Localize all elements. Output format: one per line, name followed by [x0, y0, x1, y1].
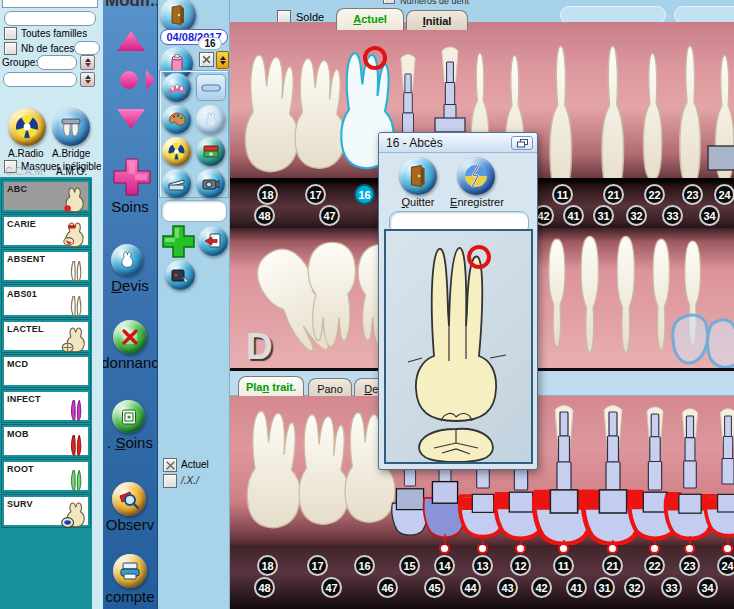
tooth-18[interactable]	[245, 55, 298, 172]
tooth-number[interactable]: 14	[434, 555, 455, 576]
amo-label[interactable]: A.M.O.	[56, 166, 87, 177]
family-item-abc[interactable]: ABC	[2, 180, 90, 212]
family-item-root[interactable]: ROOT	[2, 460, 90, 492]
tooth-number[interactable]: 22	[644, 555, 665, 576]
tooth-number[interactable]: 48	[254, 577, 275, 598]
dialog-window-button[interactable]	[511, 136, 533, 150]
tooth-number[interactable]: 23	[679, 555, 700, 576]
bridge-tool-button[interactable]	[196, 74, 226, 101]
quitter-button[interactable]	[399, 157, 437, 195]
nav-play-button[interactable]	[119, 68, 155, 92]
tooth-11[interactable]	[550, 46, 572, 178]
tooth-number[interactable]: 31	[593, 205, 614, 226]
ccam-label[interactable]: C.C.A.M.	[5, 166, 46, 177]
tooth-31[interactable]	[581, 236, 598, 352]
tooth-number[interactable]: 21	[603, 184, 624, 205]
filter-field-2[interactable]	[3, 72, 77, 87]
family-item-lactel[interactable]: LACTEL	[2, 320, 90, 352]
enregistrer-label[interactable]: Enregistrer	[441, 196, 513, 208]
a-radio-button[interactable]	[8, 108, 46, 146]
tooth-number[interactable]: 48	[254, 205, 275, 226]
family-item-absent[interactable]: ABSENT	[2, 250, 90, 282]
tooth-number[interactable]: 46	[377, 577, 398, 598]
denture-view-button[interactable]	[162, 73, 191, 102]
tooth-number[interactable]: 11	[552, 184, 573, 205]
camera-button[interactable]	[196, 169, 225, 198]
tooth-number[interactable]: 24	[714, 184, 734, 205]
tooth-number[interactable]: 32	[624, 577, 645, 598]
tooth-spinner[interactable]	[216, 51, 229, 69]
tooth-number[interactable]: 32	[626, 205, 647, 226]
nav-right-icon[interactable]	[146, 70, 155, 90]
tooth-number[interactable]: 41	[563, 205, 584, 226]
nb-faces-field[interactable]	[74, 41, 100, 55]
planned-crowns-blue[interactable]	[673, 315, 734, 367]
tooth-number[interactable]: 16	[354, 555, 375, 576]
tooth-number[interactable]: 41	[566, 577, 587, 598]
tooth-number[interactable]: 34	[699, 205, 720, 226]
palette-button[interactable]	[162, 105, 191, 134]
tooth-number-selected[interactable]: 16	[354, 184, 375, 205]
plan-implant-24[interactable]	[705, 409, 734, 536]
family-item-infect[interactable]: INFECT	[2, 390, 90, 422]
family-item-surv[interactable]: SURV	[2, 495, 90, 527]
groupe-field[interactable]	[37, 55, 77, 70]
tooth-number[interactable]: 17	[305, 184, 326, 205]
nb-de-faces-checkbox[interactable]	[4, 42, 17, 55]
tooth-number[interactable]: 44	[460, 577, 481, 598]
tooth-view-button-disabled[interactable]	[196, 105, 225, 134]
tooth-number[interactable]: 17	[307, 555, 328, 576]
tooth-number[interactable]: 24	[717, 555, 734, 576]
enregistrer-button[interactable]	[457, 157, 495, 195]
tooth-32[interactable]	[617, 236, 634, 352]
numeros-checkbox[interactable]	[383, 0, 395, 4]
cut-button-1[interactable]	[560, 6, 666, 22]
family-item-abs01[interactable]: ABS01	[2, 285, 90, 317]
tool-text-field[interactable]	[161, 200, 227, 222]
nav-up-button[interactable]	[116, 30, 146, 52]
tooth-number[interactable]: 13	[472, 555, 493, 576]
tab-initial[interactable]: Initial	[406, 10, 468, 30]
dialog-tooth-panel[interactable]	[384, 229, 533, 464]
video-capture-button[interactable]	[165, 260, 195, 290]
tooth-number[interactable]: 18	[257, 555, 278, 576]
groupe-spinner-button[interactable]	[80, 55, 95, 70]
tooth-number[interactable]: 33	[661, 577, 682, 598]
panel-input-2[interactable]	[4, 11, 96, 26]
devis-button[interactable]	[111, 244, 143, 276]
family-item-carie[interactable]: CARIE	[2, 215, 90, 247]
cut-button-2[interactable]	[674, 6, 734, 22]
tooth-x-checkbox[interactable]	[199, 52, 214, 67]
tooth-22[interactable]	[643, 53, 661, 178]
add-act-button[interactable]	[161, 224, 196, 259]
devis-button-label[interactable]: Devis	[111, 277, 149, 294]
actuel-checkbox[interactable]	[163, 458, 177, 472]
tooth-41[interactable]	[549, 239, 565, 347]
tooth-47[interactable]	[308, 242, 355, 346]
tooth-number[interactable]: 23	[682, 184, 703, 205]
plan-tooth-18[interactable]	[247, 411, 300, 528]
a-bridge-button[interactable]	[52, 108, 90, 146]
compte-button-label[interactable]: compte	[105, 588, 154, 605]
tooth-number[interactable]: 11	[553, 555, 574, 576]
panel-input-top[interactable]	[2, 0, 98, 8]
tooth-21[interactable]	[602, 46, 624, 178]
tooth-number[interactable]: 34	[697, 577, 718, 598]
tooth-number[interactable]: 18	[257, 184, 278, 205]
scanner-button[interactable]	[162, 169, 191, 198]
tooth-number[interactable]: 33	[662, 205, 683, 226]
implant-bracket-24[interactable]	[708, 146, 734, 170]
t-soins-button[interactable]	[112, 400, 145, 433]
plan-tooth-17[interactable]	[299, 415, 349, 525]
toutes-familles-checkbox[interactable]	[4, 27, 17, 40]
xray-button[interactable]	[162, 137, 191, 166]
tooth-number[interactable]: 45	[424, 577, 445, 598]
tooth-17[interactable]	[295, 59, 345, 169]
family-item-mob[interactable]: MOB	[2, 425, 90, 457]
tooth-number[interactable]: 42	[531, 577, 552, 598]
tooth-number[interactable]: 47	[321, 577, 342, 598]
tooth-number[interactable]: 15	[399, 555, 420, 576]
transfer-document-button[interactable]	[198, 226, 228, 256]
tooth-number[interactable]: 12	[510, 555, 531, 576]
tooth-number[interactable]: 21	[602, 555, 623, 576]
